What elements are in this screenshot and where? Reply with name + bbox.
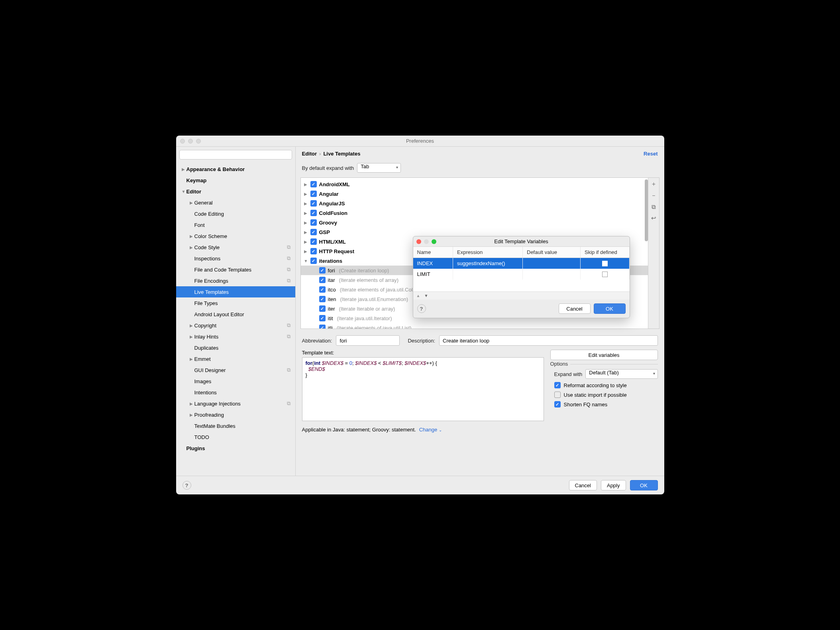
sidebar-item[interactable]: TODO: [176, 431, 295, 443]
template-group[interactable]: ▶✓Angular: [301, 189, 648, 199]
sidebar-item[interactable]: Code Editing: [176, 208, 295, 219]
checkbox-icon[interactable]: ✓: [319, 267, 326, 274]
sidebar-item[interactable]: Keymap: [176, 175, 295, 186]
help-icon[interactable]: ?: [417, 304, 426, 313]
template-item[interactable]: ✓itli (Iterate elements of java.util.Lis…: [301, 323, 648, 329]
remove-icon[interactable]: －: [651, 192, 657, 199]
sidebar-item[interactable]: ▶Code Style⧉: [176, 242, 295, 253]
checkbox-icon[interactable]: ✓: [554, 382, 561, 388]
checkbox-icon[interactable]: ✓: [310, 248, 317, 254]
ok-button[interactable]: OK: [630, 480, 658, 490]
sidebar-item[interactable]: File Types: [176, 297, 295, 309]
desc-input[interactable]: [439, 335, 657, 346]
checkbox-icon[interactable]: [602, 261, 608, 266]
move-down-icon[interactable]: ▼: [424, 293, 428, 298]
template-group[interactable]: ▶✓ColdFusion: [301, 208, 648, 218]
checkbox-icon[interactable]: ✓: [319, 277, 326, 283]
checkbox-icon[interactable]: ✓: [319, 315, 326, 321]
variables-table[interactable]: Name Expression Default value Skip if de…: [413, 247, 630, 280]
opt-static-import[interactable]: Use static import if possible: [550, 390, 658, 400]
sidebar-item[interactable]: ▶Emmet: [176, 353, 295, 364]
checkbox-icon[interactable]: ✓: [310, 219, 317, 226]
reset-link[interactable]: Reset: [644, 151, 657, 157]
sidebar-item[interactable]: Images: [176, 376, 295, 387]
move-up-icon[interactable]: ▲: [416, 293, 420, 298]
add-icon[interactable]: ＋: [651, 180, 657, 188]
sidebar-item[interactable]: File and Code Templates⧉: [176, 264, 295, 275]
sidebar-item[interactable]: ▶Color Scheme: [176, 230, 295, 242]
sidebar-item[interactable]: ▼Editor: [176, 186, 295, 197]
template-group[interactable]: ▶✓Groovy: [301, 218, 648, 227]
var-skip[interactable]: [581, 258, 630, 269]
opt-expand-select[interactable]: Default (Tab): [585, 369, 657, 379]
checkbox-icon[interactable]: ✓: [310, 238, 317, 245]
sidebar-item[interactable]: ▶Copyright⧉: [176, 320, 295, 331]
settings-tree[interactable]: ▶Appearance & BehaviorKeymap▼Editor▶Gene…: [176, 163, 295, 476]
var-name[interactable]: INDEX: [413, 258, 453, 269]
sidebar-item[interactable]: TextMate Bundles: [176, 420, 295, 431]
checkbox-icon[interactable]: ✓: [554, 401, 561, 408]
close-icon[interactable]: [416, 239, 421, 244]
search-input[interactable]: [179, 150, 292, 159]
variable-row[interactable]: LIMIT: [413, 269, 630, 280]
checkbox-icon[interactable]: [554, 392, 561, 398]
var-expr[interactable]: suggestIndexName(): [453, 258, 523, 269]
cancel-button[interactable]: Cancel: [569, 480, 597, 490]
change-link[interactable]: Change ⌄: [419, 427, 442, 433]
col-expr[interactable]: Expression: [453, 247, 523, 258]
checkbox-icon[interactable]: ✓: [310, 181, 317, 187]
checkbox-icon[interactable]: ✓: [310, 258, 317, 264]
var-name[interactable]: LIMIT: [413, 269, 453, 280]
sidebar-item[interactable]: Plugins: [176, 443, 295, 454]
sidebar-item[interactable]: Android Layout Editor: [176, 309, 295, 320]
sidebar-item[interactable]: Duplicates: [176, 342, 295, 353]
sidebar-item[interactable]: Inspections⧉: [176, 253, 295, 264]
sidebar-item[interactable]: ▶Language Injections⧉: [176, 398, 295, 409]
var-skip[interactable]: [581, 269, 630, 280]
col-def[interactable]: Default value: [523, 247, 581, 258]
var-expr[interactable]: [453, 269, 523, 280]
zoom-icon[interactable]: [432, 239, 436, 244]
checkbox-icon[interactable]: ✓: [319, 305, 326, 312]
checkbox-icon[interactable]: ✓: [319, 296, 326, 302]
sidebar-item[interactable]: GUI Designer⧉: [176, 364, 295, 376]
variable-row[interactable]: INDEXsuggestIndexName(): [413, 258, 630, 269]
edit-variables-button[interactable]: Edit variables: [550, 350, 658, 360]
checkbox-icon[interactable]: ✓: [310, 191, 317, 197]
checkbox-icon[interactable]: [602, 272, 608, 277]
copy-icon[interactable]: ⧉: [652, 203, 656, 211]
abbr-input[interactable]: [336, 335, 400, 346]
sidebar-item[interactable]: ▶Proofreading: [176, 409, 295, 420]
sidebar-item[interactable]: ▶Appearance & Behavior: [176, 163, 295, 175]
help-icon[interactable]: ?: [183, 481, 191, 490]
expand-with-select[interactable]: Tab: [357, 163, 401, 173]
checkbox-icon[interactable]: ✓: [319, 286, 326, 293]
dialog-ok-button[interactable]: OK: [594, 303, 626, 314]
template-group[interactable]: ▶✓AndroidXML: [301, 179, 648, 189]
opt-reformat[interactable]: ✓ Reformat according to style: [550, 380, 658, 390]
col-name[interactable]: Name: [413, 247, 453, 258]
minimize-icon[interactable]: [188, 139, 193, 144]
dialog-cancel-button[interactable]: Cancel: [559, 303, 591, 314]
scrollbar[interactable]: [644, 179, 648, 327]
sidebar-item[interactable]: ▶Inlay Hints⧉: [176, 331, 295, 342]
template-group[interactable]: ▶✓AngularJS: [301, 199, 648, 208]
checkbox-icon[interactable]: ✓: [319, 325, 326, 329]
sidebar-item[interactable]: Font: [176, 219, 295, 230]
apply-button[interactable]: Apply: [601, 480, 626, 490]
checkbox-icon[interactable]: ✓: [310, 210, 317, 216]
checkbox-icon[interactable]: ✓: [310, 200, 317, 207]
template-text-input[interactable]: for(int $INDEX$ = 0; $INDEX$ < $LIMIT$; …: [302, 357, 544, 421]
sidebar-item[interactable]: ▶General: [176, 197, 295, 208]
col-skip[interactable]: Skip if defined: [581, 247, 630, 258]
template-group[interactable]: ▶✓GSP: [301, 227, 648, 237]
sidebar-item[interactable]: Live Templates: [176, 286, 295, 297]
opt-shorten[interactable]: ✓ Shorten FQ names: [550, 400, 658, 409]
var-def[interactable]: [523, 269, 581, 280]
close-icon[interactable]: [180, 139, 185, 144]
undo-icon[interactable]: ↩: [651, 215, 656, 222]
scroll-thumb[interactable]: [645, 179, 648, 241]
sidebar-item[interactable]: Intentions: [176, 387, 295, 398]
checkbox-icon[interactable]: ✓: [310, 229, 317, 235]
var-def[interactable]: [523, 258, 581, 269]
